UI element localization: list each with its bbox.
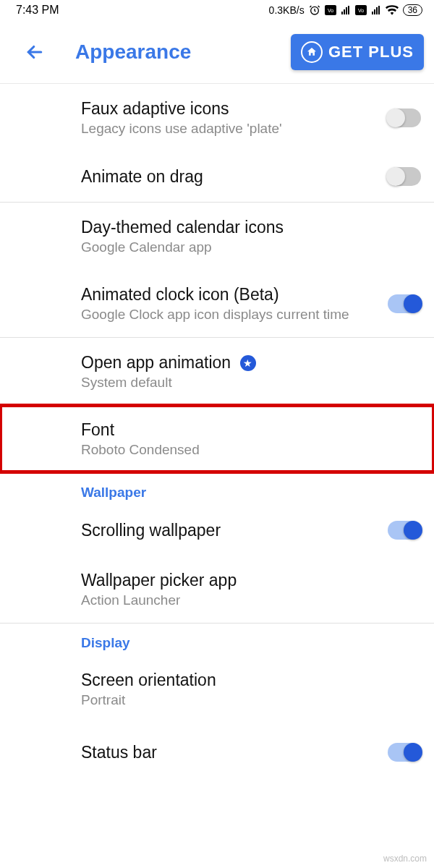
row-title: Font — [81, 420, 421, 440]
section-label: Display — [81, 635, 130, 650]
row-status-bar[interactable]: Status bar — [0, 723, 434, 773]
row-title: Open app animation ★ — [81, 352, 421, 373]
section-wallpaper: Wallpaper — [0, 473, 434, 505]
row-title: Status bar — [81, 742, 388, 762]
row-subtitle: Google Clock app icon displays current t… — [81, 307, 388, 323]
row-day-calendar-icons[interactable]: Day-themed calendar icons Google Calenda… — [0, 203, 434, 270]
arrow-left-icon — [24, 41, 46, 63]
row-open-app-animation[interactable]: Open app animation ★ System default — [0, 338, 434, 405]
status-icons: 0.3KB/s Vo Vo 36 — [269, 4, 422, 16]
row-faux-adaptive-icons[interactable]: Faux adaptive icons Legacy icons use ada… — [0, 84, 434, 151]
alarm-icon — [309, 4, 320, 16]
row-title: Faux adaptive icons — [81, 98, 388, 119]
svg-text:Vo: Vo — [328, 8, 333, 13]
row-screen-orientation[interactable]: Screen orientation Portrait — [0, 655, 434, 723]
row-subtitle: Action Launcher — [81, 592, 421, 608]
row-title: Animate on drag — [81, 166, 388, 187]
svg-text:Vo: Vo — [358, 8, 364, 13]
row-subtitle: System default — [81, 375, 421, 391]
battery-icon: 36 — [403, 4, 422, 16]
row-subtitle: Legacy icons use adaptive 'plate' — [81, 121, 388, 137]
app-header: Appearance GET PLUS — [0, 20, 434, 84]
volte-icon-2: Vo — [355, 5, 367, 15]
star-icon: ★ — [240, 355, 256, 371]
row-title: Animated clock icon (Beta) — [81, 284, 388, 305]
status-time: 7:43 PM — [16, 4, 59, 17]
row-subtitle: Roboto Condensed — [81, 442, 421, 458]
toggle-scrolling-wallpaper[interactable] — [388, 521, 421, 540]
home-icon — [301, 41, 323, 63]
status-bar: 7:43 PM 0.3KB/s Vo Vo 36 — [0, 0, 434, 20]
get-plus-label: GET PLUS — [328, 43, 414, 61]
page-title: Appearance — [75, 41, 191, 64]
row-title: Wallpaper picker app — [81, 570, 421, 590]
row-font[interactable]: Font Roboto Condensed — [0, 405, 434, 472]
row-subtitle: Portrait — [81, 692, 421, 708]
settings-list: Faux adaptive icons Legacy icons use ada… — [0, 84, 434, 773]
status-net: 0.3KB/s — [269, 4, 305, 16]
row-title: Screen orientation — [81, 670, 421, 690]
watermark: wsxdn.com — [383, 854, 427, 864]
row-wallpaper-picker[interactable]: Wallpaper picker app Action Launcher — [0, 556, 434, 623]
row-scrolling-wallpaper[interactable]: Scrolling wallpaper — [0, 505, 434, 556]
volte-icon-1: Vo — [325, 5, 336, 15]
row-title: Day-themed calendar icons — [81, 217, 421, 237]
wifi-icon — [386, 5, 399, 15]
row-subtitle: Google Calendar app — [81, 239, 421, 255]
toggle-faux[interactable] — [388, 109, 421, 127]
row-animate-on-drag[interactable]: Animate on drag — [0, 151, 434, 202]
signal-icon-1 — [341, 5, 351, 15]
toggle-status-bar[interactable] — [388, 743, 421, 762]
row-animated-clock-icon[interactable]: Animated clock icon (Beta) Google Clock … — [0, 270, 434, 337]
get-plus-button[interactable]: GET PLUS — [291, 34, 424, 70]
signal-icon-2 — [371, 5, 381, 15]
section-label: Wallpaper — [81, 485, 146, 500]
toggle-clock[interactable] — [388, 294, 421, 313]
section-display: Display — [0, 624, 434, 655]
toggle-animate-drag[interactable] — [388, 167, 421, 186]
row-title: Scrolling wallpaper — [81, 520, 388, 540]
back-button[interactable] — [20, 38, 49, 67]
